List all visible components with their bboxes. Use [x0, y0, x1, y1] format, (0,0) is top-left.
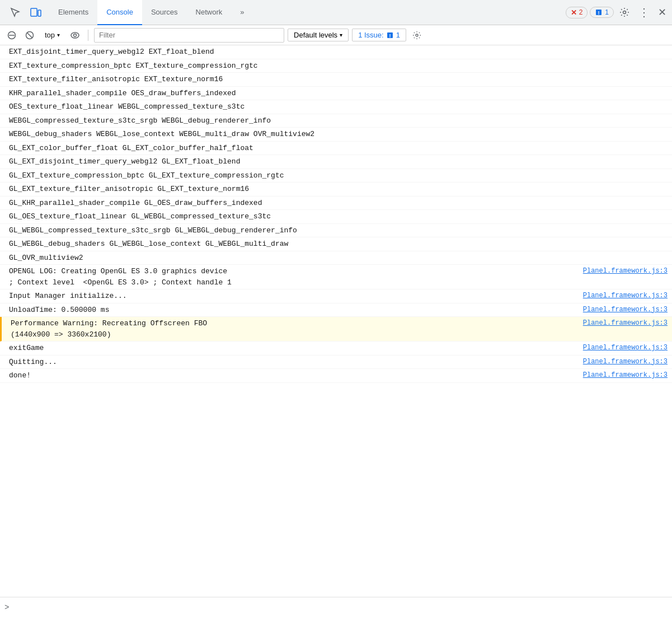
console-line: UnloadTime: 0.500000 msPlanel.framework.… — [0, 303, 672, 317]
console-line: GL_WEBGL_compressed_texture_s3tc_srgb GL… — [0, 224, 672, 238]
console-output[interactable]: EXT_disjoint_timer_query_webgl2 EXT_floa… — [0, 45, 672, 597]
console-line-source[interactable]: Planel.framework.js:3 — [583, 370, 668, 380]
console-line: EXT_texture_filter_anisotropic EXT_textu… — [0, 73, 672, 87]
console-line-text: GL_WEBGL_debug_shaders GL_WEBGL_lose_con… — [9, 239, 668, 250]
console-line-text: WEBGL_compressed_texture_s3tc_srgb WEBGL… — [9, 115, 668, 127]
context-label: top — [45, 31, 55, 39]
error-count: 2 — [579, 8, 583, 16]
console-settings-button[interactable] — [410, 29, 424, 41]
console-line: GL_OES_texture_float_linear GL_WEBGL_com… — [0, 210, 672, 224]
levels-label: Default levels — [294, 31, 337, 39]
console-line-text: GL_KHR_parallel_shader_compile GL_OES_dr… — [9, 198, 668, 209]
console-line: done!Planel.framework.js:3 — [0, 369, 672, 383]
console-line-text: GL_WEBGL_compressed_texture_s3tc_srgb GL… — [9, 225, 668, 236]
console-line: GL_EXT_color_buffer_float GL_EXT_color_b… — [0, 142, 672, 156]
console-line: GL_EXT_disjoint_timer_query_webgl2 GL_EX… — [0, 155, 672, 169]
error-badge[interactable]: ✕ 2 — [566, 7, 588, 18]
svg-point-10 — [74, 34, 77, 36]
console-prompt: > — [4, 603, 9, 612]
levels-chevron-icon: ▾ — [340, 32, 342, 38]
console-line: OPENGL LOG: Creating OpenGL ES 3.0 graph… — [0, 265, 672, 289]
settings-button[interactable] — [616, 5, 633, 20]
svg-line-8 — [27, 32, 32, 38]
console-toolbar: top ▾ Default levels ▾ 1 Issue: ! 1 — [0, 25, 672, 45]
svg-point-13 — [416, 34, 418, 36]
console-input[interactable] — [13, 603, 668, 611]
console-line-text: done! — [9, 370, 574, 381]
svg-text:!: ! — [598, 10, 600, 16]
context-selector[interactable]: top ▾ — [40, 29, 64, 41]
log-levels-button[interactable]: Default levels ▾ — [288, 29, 349, 41]
issues-button[interactable]: 1 Issue: ! 1 — [352, 29, 406, 41]
device-toolbar-icon[interactable] — [27, 0, 45, 25]
error-x-icon: ✕ — [571, 8, 577, 17]
console-input-row: > — [0, 597, 672, 617]
console-line-text: Input Manager initialize... — [9, 291, 574, 302]
console-line: GL_OVR_multiview2 — [0, 251, 672, 265]
clear-console-button[interactable] — [4, 29, 19, 41]
tab-console[interactable]: Console — [97, 0, 142, 25]
toolbar-divider — [88, 30, 88, 41]
console-line-source[interactable]: Planel.framework.js:3 — [583, 343, 668, 353]
console-line-text: exitGame — [9, 343, 574, 354]
console-line-text: KHR_parallel_shader_compile OES_draw_buf… — [9, 88, 668, 99]
console-line-text: UnloadTime: 0.500000 ms — [9, 305, 574, 316]
issues-badge-icon: ! — [386, 31, 394, 39]
console-line: exitGamePlanel.framework.js:3 — [0, 342, 672, 356]
console-line: GL_WEBGL_debug_shaders GL_WEBGL_lose_con… — [0, 237, 672, 251]
close-icon: ✕ — [658, 6, 666, 18]
devtools-tab-bar: Elements Console Sources Network » ✕ 2 !… — [0, 0, 672, 25]
warning-count: 1 — [605, 8, 609, 16]
console-line-text: GL_EXT_texture_compression_bptc GL_EXT_t… — [9, 170, 668, 181]
console-line: OES_texture_float_linear WEBGL_compresse… — [0, 100, 672, 114]
console-line-text: WEBGL_debug_shaders WEBGL_lose_context W… — [9, 129, 668, 140]
tab-more[interactable]: » — [231, 0, 253, 25]
console-line-text: GL_OVR_multiview2 — [9, 253, 668, 264]
console-line: EXT_texture_compression_bptc EXT_texture… — [0, 59, 672, 73]
console-line-source[interactable]: Planel.framework.js:3 — [583, 266, 668, 276]
console-line: WEBGL_compressed_texture_s3tc_srgb WEBGL… — [0, 114, 672, 128]
console-line: GL_KHR_parallel_shader_compile GL_OES_dr… — [0, 197, 672, 211]
console-line-text: OES_texture_float_linear WEBGL_compresse… — [9, 101, 668, 113]
warning-icon: ! — [595, 8, 603, 16]
eye-icon-button[interactable] — [68, 30, 82, 40]
console-line-source[interactable]: Planel.framework.js:3 — [583, 318, 668, 328]
svg-rect-0 — [31, 8, 37, 16]
console-line-source[interactable]: Planel.framework.js:3 — [583, 305, 668, 315]
console-line: EXT_disjoint_timer_query_webgl2 EXT_floa… — [0, 45, 672, 59]
console-line-text: GL_EXT_texture_filter_anisotropic GL_EXT… — [9, 184, 668, 195]
block-icon-button[interactable] — [22, 29, 37, 41]
tab-network[interactable]: Network — [187, 0, 232, 25]
console-line-text: OPENGL LOG: Creating OpenGL ES 3.0 graph… — [9, 266, 574, 288]
close-devtools-button[interactable]: ✕ — [655, 4, 670, 21]
console-line: GL_EXT_texture_compression_bptc GL_EXT_t… — [0, 169, 672, 183]
more-dots-icon: ⋮ — [638, 6, 649, 19]
console-line-text: EXT_disjoint_timer_query_webgl2 EXT_floa… — [9, 46, 668, 58]
console-line: WEBGL_debug_shaders WEBGL_lose_context W… — [0, 128, 672, 142]
svg-rect-1 — [38, 10, 41, 16]
console-line: Quitting...Planel.framework.js:3 — [0, 356, 672, 370]
tabs-right-area: ✕ 2 ! 1 ⋮ ✕ — [566, 3, 670, 21]
issues-label: 1 Issue: — [358, 31, 384, 39]
warning-badge[interactable]: ! 1 — [590, 7, 614, 18]
console-line-source[interactable]: Planel.framework.js:3 — [583, 291, 668, 301]
console-line-text: GL_EXT_color_buffer_float GL_EXT_color_b… — [9, 143, 668, 154]
svg-point-9 — [71, 32, 79, 38]
console-line: Performance Warning: Recreating Offscree… — [0, 317, 672, 342]
cursor-icon[interactable] — [7, 0, 24, 25]
more-menu-button[interactable]: ⋮ — [635, 3, 652, 21]
console-line-text: EXT_texture_compression_bptc EXT_texture… — [9, 60, 668, 72]
console-line-text: GL_OES_texture_float_linear GL_WEBGL_com… — [9, 211, 668, 222]
console-line-text: Performance Warning: Recreating Offscree… — [11, 318, 574, 340]
tab-sources[interactable]: Sources — [142, 0, 187, 25]
console-line: GL_EXT_texture_filter_anisotropic GL_EXT… — [0, 183, 672, 197]
svg-text:!: ! — [389, 33, 391, 39]
tab-elements[interactable]: Elements — [49, 0, 97, 25]
svg-point-4 — [623, 11, 626, 14]
console-line-source[interactable]: Planel.framework.js:3 — [583, 357, 668, 367]
context-chevron-icon: ▾ — [57, 32, 60, 38]
console-line: KHR_parallel_shader_compile OES_draw_buf… — [0, 87, 672, 101]
issues-count: 1 — [396, 31, 400, 39]
filter-input[interactable] — [94, 28, 284, 43]
console-line-text: Quitting... — [9, 357, 574, 368]
